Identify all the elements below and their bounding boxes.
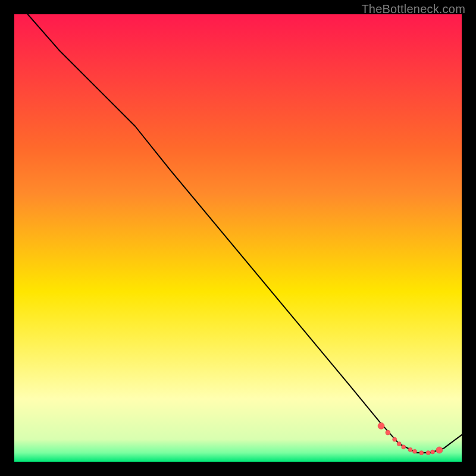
gradient-bg: [14, 14, 462, 462]
plot-area: [14, 14, 462, 462]
marker-point: [431, 450, 435, 454]
marker-point: [408, 447, 412, 452]
marker-point: [393, 437, 397, 441]
marker-point: [419, 451, 424, 455]
chart-svg: [14, 14, 462, 462]
marker-point: [436, 447, 443, 453]
watermark-text: TheBottleneck.com: [361, 2, 465, 16]
marker-point: [397, 441, 401, 446]
marker-point: [386, 430, 390, 435]
marker-point: [402, 445, 406, 449]
marker-point: [413, 449, 417, 453]
chart-frame: TheBottleneck.com: [0, 0, 476, 476]
marker-point: [378, 422, 384, 429]
marker-point: [426, 451, 430, 455]
